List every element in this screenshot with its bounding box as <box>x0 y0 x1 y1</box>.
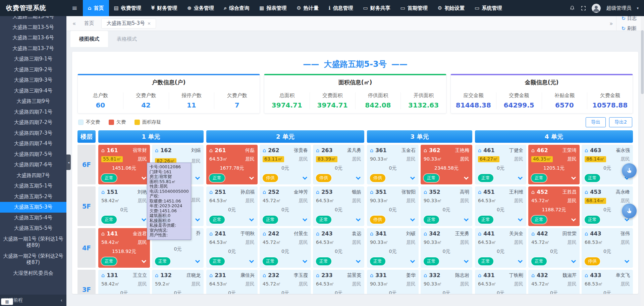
view-tab-楼图模式[interactable]: 楼图模式 <box>70 31 108 47</box>
sidebar-item[interactable]: 大盛路三期9-4号 <box>0 86 66 96</box>
nav-item-home[interactable]: ⌂首页 <box>83 0 109 16</box>
status-badge[interactable]: 正常 <box>424 216 439 224</box>
apartment-card[interactable]: ⌂461丁健全64.27㎡居民0元正常 <box>475 145 526 184</box>
apartment-card[interactable]: ⌂361玉金石90.33㎡居民0元停供 <box>367 145 419 184</box>
chevron-down-icon[interactable] <box>195 258 200 263</box>
status-badge[interactable]: 正常 <box>478 174 493 182</box>
nav-item-business-management[interactable]: ⊕业务管理 <box>182 0 219 16</box>
chevron-down-icon[interactable] <box>571 175 576 180</box>
chevron-down-icon[interactable] <box>410 217 415 221</box>
sidebar-item[interactable]: 大盛路四期7-6号 <box>0 160 66 170</box>
apartment-card[interactable]: ⌂231康佳兴64.53㎡居民0元正常 <box>206 270 258 294</box>
sidebar-item[interactable]: 大盛路四期7-2号 <box>0 117 66 128</box>
tabs-scroll-right-icon[interactable]: » <box>606 20 616 27</box>
apartment-card[interactable]: ⌂252金坤芳45.72㎡居民0元正常 <box>260 186 311 226</box>
apartment-card[interactable]: ⌂441关兴全64.53㎡居民0元正常 <box>475 228 526 268</box>
apartment-card[interactable]: ⌂331姜华90.33㎡居民0元正常 <box>367 270 419 294</box>
status-badge[interactable]: 正常 <box>316 216 331 224</box>
chevron-down-icon[interactable] <box>571 217 576 221</box>
apartment-card[interactable]: ⌂332陈志岩90.33㎡居民0元正常 <box>421 270 472 294</box>
sidebar-item[interactable]: 大湿堡村民委员会 <box>0 268 66 279</box>
chevron-down-icon[interactable] <box>410 175 415 180</box>
chevron-down-icon[interactable] <box>303 175 307 180</box>
page-scrollbar[interactable] <box>641 16 644 306</box>
status-badge[interactable]: 正常 <box>478 216 493 224</box>
nav-item-finance-management[interactable]: ¥财务管理 <box>146 0 182 16</box>
touch-hand-button-2[interactable] <box>622 204 637 218</box>
nav-item-report-management[interactable]: ▦报表管理 <box>254 0 291 16</box>
sidebar-item[interactable]: 大盛路四期7号 <box>0 170 66 181</box>
apartment-card[interactable]: ⌂242付景生45.72㎡居民0元正常 <box>260 228 311 268</box>
sidebar-item[interactable]: 大盛路二期13-6号 <box>0 33 66 43</box>
apartment-card[interactable]: ⌂262张贵春63.11㎡居民0元停供 <box>260 145 311 184</box>
apartment-card[interactable]: ⌂442田世荣45.72㎡居民0元正常 <box>528 228 580 268</box>
collapse-left-icon[interactable]: ‹ <box>60 298 62 303</box>
apartment-card[interactable]: ⌂351张智阳90.33㎡居民0元停供 <box>367 186 419 226</box>
sidebar-collapse-handle[interactable]: ◂ <box>66 155 71 170</box>
chevron-down-icon[interactable] <box>249 175 254 180</box>
apartment-card[interactable]: ⌂342王宪勇90.33㎡居民0元正常 <box>421 228 472 268</box>
apartment-card[interactable]: ⌂433单文飞68.53㎡居民0元停供 <box>582 270 633 294</box>
nav-item-integrated-query[interactable]: ⌕综合查询 <box>219 0 254 16</box>
status-badge[interactable]: 正常 <box>531 174 547 182</box>
sidebar-item[interactable]: 大盛路五期5-5号 <box>0 223 66 234</box>
apartment-card[interactable]: ⌂141金连君58.42㎡居民1518.92元正常 <box>98 228 150 268</box>
apartment-card[interactable]: ⌂132庄晓龙59.2㎡居民0元正常 <box>152 270 204 294</box>
notifications-bell-icon[interactable] <box>569 5 575 11</box>
chevron-down-icon[interactable] <box>464 258 469 263</box>
status-badge[interactable]: 停供 <box>263 174 278 182</box>
chevron-down-icon[interactable] <box>303 217 307 221</box>
chevron-down-icon[interactable] <box>464 175 469 180</box>
apartment-card[interactable]: ⌂243袁远64.53㎡居民0元正常 <box>313 228 364 268</box>
sidebar-item[interactable]: 大盛路四期7-5号 <box>0 149 66 160</box>
sidebar-item[interactable]: 大盛路四期7-4号 <box>0 138 66 149</box>
chevron-down-icon[interactable] <box>518 258 523 263</box>
chevron-down-icon[interactable] <box>518 175 523 180</box>
tabs-scroll-left-icon[interactable]: « <box>69 20 79 27</box>
status-badge[interactable]: 正常 <box>424 174 439 182</box>
status-badge[interactable]: 正常 <box>370 257 385 265</box>
status-badge[interactable]: 正常 <box>263 257 278 265</box>
nav-item-finance-share[interactable]: ▭财务共享 <box>358 0 395 16</box>
scrollbar-thumb[interactable] <box>641 30 644 94</box>
sidebar-item[interactable]: 大盛路三期9-2号 <box>0 64 66 75</box>
status-badge[interactable]: 正常 <box>531 257 547 265</box>
apartment-card[interactable]: ⌂151刘艳58.42㎡居民0元正常 <box>98 186 150 226</box>
apartment-card[interactable]: ⌂362王艳梅90.33㎡居民2348.58元正常 <box>421 145 472 184</box>
chevron-down-icon[interactable] <box>356 217 361 221</box>
apartment-card[interactable]: ⌂462王荣琦46.35㎡居民1205.1元正常 <box>528 145 580 184</box>
apartment-card[interactable]: ⌂432魏淑芹45.72㎡居民0元正常 <box>528 270 580 294</box>
apartment-card[interactable]: ⌂352高明90.33㎡居民0元正常 <box>421 186 472 226</box>
status-badge[interactable]: 正常 <box>101 257 117 265</box>
sidebar-item[interactable]: 大盛路一期1号 (荣利达1号楼89) <box>0 234 66 251</box>
nav-item-initial-settings[interactable]: ⚙初始设置 <box>433 0 470 16</box>
status-badge[interactable]: 正常 <box>209 257 225 265</box>
chevron-down-icon[interactable] <box>625 258 629 263</box>
sidebar-toggle-icon[interactable]: ≡ <box>66 0 83 16</box>
status-badge[interactable]: 正常 <box>263 216 278 224</box>
chevron-down-icon[interactable] <box>518 217 523 221</box>
apartment-card[interactable]: ⌂233苗景英64.53㎡居民0元正常 <box>313 270 364 294</box>
sidebar-item[interactable]: 大盛路三期9号 <box>0 96 66 107</box>
fullscreen-icon[interactable] <box>581 5 586 11</box>
tab-大盛路五期5-3号[interactable]: 大盛路五期5-3号× <box>101 18 156 29</box>
status-badge[interactable]: 正常 <box>478 257 493 265</box>
user-avatar[interactable] <box>592 4 601 13</box>
export-button-1[interactable]: 导出 <box>586 117 606 127</box>
status-badge[interactable]: 停供 <box>370 174 385 182</box>
status-badge[interactable]: 停供 <box>370 216 385 224</box>
sidebar-item[interactable]: 大盛路二期13-7号 <box>0 43 66 54</box>
chevron-down-icon[interactable] <box>142 258 146 263</box>
status-badge[interactable]: 正常 <box>585 216 600 224</box>
sidebar-item[interactable]: 大盛路三期9-1号 <box>0 54 66 64</box>
status-badge[interactable]: 正常 <box>155 257 170 265</box>
nav-item-info-management[interactable]: ℹ信息管理 <box>324 0 358 16</box>
minimized-widget[interactable]: ▦ <box>1 298 13 305</box>
status-badge[interactable]: 正常 <box>424 257 439 265</box>
sidebar-item[interactable]: 大盛路一期2号 (荣利达2号楼87) <box>0 251 66 268</box>
status-badge[interactable]: 正常 <box>101 216 117 224</box>
chevron-down-icon[interactable] <box>195 175 200 180</box>
apartment-card[interactable]: ⌂241于明秋64.53㎡居民0元正常 <box>206 228 258 268</box>
status-badge[interactable]: 停供 <box>585 257 600 265</box>
log-button[interactable]: ↻日志 <box>616 16 641 24</box>
